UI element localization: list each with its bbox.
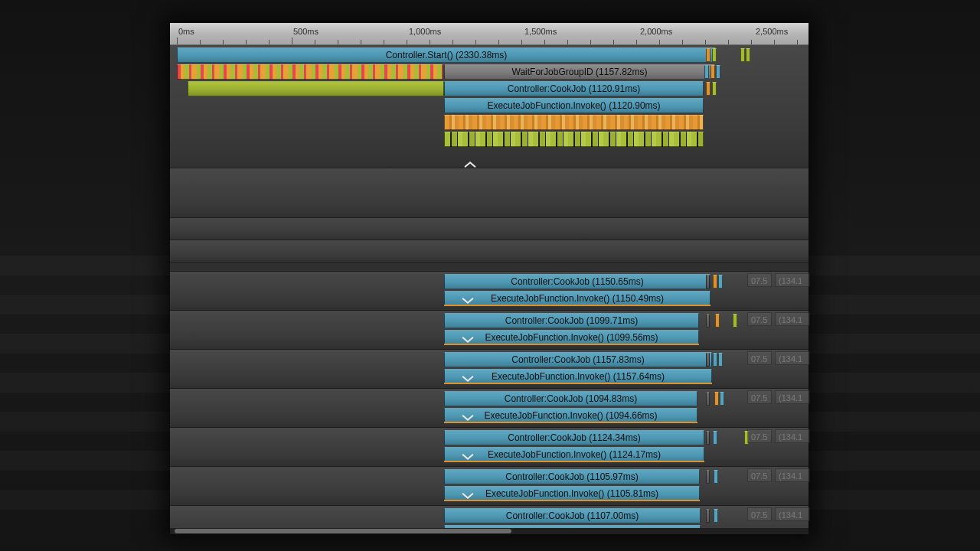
flame-sliver[interactable] bbox=[714, 470, 718, 484]
flame-sliver[interactable] bbox=[706, 48, 710, 62]
flame-sliver[interactable] bbox=[720, 392, 724, 406]
flame-bar-invoke[interactable]: ExecuteJobFunction.Invoke() (1124.17ms) bbox=[444, 447, 704, 462]
overflow-label: 07.5 bbox=[747, 351, 772, 365]
flame-bar-invoke-main[interactable]: ExecuteJobFunction.Invoke() (1120.90ms) bbox=[444, 98, 704, 113]
flame-sliver[interactable] bbox=[710, 65, 715, 79]
flame-sliver[interactable] bbox=[706, 353, 710, 367]
overflow-label: 07.5 bbox=[747, 390, 772, 404]
flame-bar-cookjob[interactable]: Controller:CookJob (1124.34ms) bbox=[444, 430, 704, 445]
timeline-tracks[interactable]: Controller.Start() (2330.38ms) WaitForJo… bbox=[170, 45, 808, 534]
flame-bar-cookjob-main[interactable]: Controller:CookJob (1120.91ms) bbox=[444, 81, 704, 96]
chevron-down-icon[interactable] bbox=[461, 452, 475, 461]
flame-sliver[interactable] bbox=[733, 314, 737, 328]
collapsed-lane bbox=[170, 168, 808, 217]
overflow-label: (134.1 bbox=[775, 312, 810, 326]
flame-bar-green[interactable] bbox=[188, 81, 444, 96]
flame-bar-invoke[interactable]: ExecuteJobFunction.Invoke() (1094.66ms) bbox=[444, 408, 697, 423]
flame-bar-invoke[interactable]: ExecuteJobFunction.Invoke() (1150.49ms) bbox=[444, 291, 710, 306]
flame-sliver[interactable] bbox=[713, 353, 717, 367]
flame-bar-cookjob[interactable]: Controller:CookJob (1105.97ms) bbox=[444, 469, 700, 484]
chevron-down-icon[interactable] bbox=[461, 374, 475, 383]
overflow-label: 07.5 bbox=[747, 507, 772, 521]
flame-bar-cookjob[interactable]: Controller:CookJob (1157.83ms) bbox=[444, 352, 712, 367]
flame-sliver[interactable] bbox=[706, 470, 710, 484]
chevron-down-icon[interactable] bbox=[461, 413, 475, 422]
flame-sliver[interactable] bbox=[714, 509, 718, 523]
overflow-label: (134.1 bbox=[775, 429, 810, 443]
scrollbar-thumb[interactable] bbox=[175, 529, 511, 533]
flame-sliver[interactable] bbox=[706, 275, 710, 289]
ruler-tick-label: 1,500ms bbox=[524, 27, 557, 36]
overflow-label: (134.1 bbox=[775, 390, 810, 404]
flame-sliver[interactable] bbox=[712, 82, 717, 96]
overflow-label: (134.1 bbox=[775, 273, 810, 287]
chevron-down-icon[interactable] bbox=[461, 491, 475, 500]
flame-sliver[interactable] bbox=[713, 431, 717, 445]
flame-bar-controller-start[interactable]: Controller.Start() (2330.38ms) bbox=[177, 47, 716, 63]
flame-sliver[interactable] bbox=[718, 353, 723, 367]
flame-sliver[interactable] bbox=[740, 48, 745, 62]
ruler-tick-label: 0ms bbox=[178, 27, 194, 36]
flame-sliver[interactable] bbox=[746, 48, 750, 62]
collapsed-lane bbox=[170, 218, 808, 240]
ruler-tick-label: 2,500ms bbox=[756, 27, 788, 36]
chevron-up-icon[interactable] bbox=[463, 160, 477, 169]
flame-sliver[interactable] bbox=[713, 275, 717, 289]
flame-bar-cookjob[interactable]: Controller:CookJob (1094.83ms) bbox=[444, 391, 697, 406]
overflow-label: (134.1 bbox=[775, 507, 810, 521]
flame-bar-cookjob[interactable]: Controller:CookJob (1107.00ms) bbox=[444, 508, 701, 523]
flame-sliver[interactable] bbox=[706, 314, 710, 328]
profiler-panel[interactable]: 0ms500ms1,000ms1,500ms2,000ms2,500ms Con… bbox=[170, 23, 808, 534]
ruler-tick-label: 500ms bbox=[293, 27, 318, 36]
flame-bar-invoke[interactable]: ExecuteJobFunction.Invoke() (1105.81ms) bbox=[444, 486, 700, 501]
flame-sliver[interactable] bbox=[718, 275, 723, 289]
overflow-label: 07.5 bbox=[747, 273, 772, 287]
overflow-label: (134.1 bbox=[775, 468, 810, 482]
chevron-down-icon[interactable] bbox=[461, 335, 475, 344]
flame-bar-invoke[interactable]: ExecuteJobFunction.Invoke() (1157.64ms) bbox=[444, 369, 712, 384]
flame-sliver[interactable] bbox=[716, 65, 720, 79]
overflow-label: 07.5 bbox=[747, 468, 772, 482]
flame-sliver[interactable] bbox=[706, 431, 710, 445]
flame-bar-invoke[interactable]: ExecuteJobFunction.Invoke() (1099.56ms) bbox=[444, 330, 699, 345]
overflow-label: 07.5 bbox=[747, 312, 772, 326]
flame-sliver[interactable] bbox=[714, 392, 719, 406]
timeline-ruler[interactable]: 0ms500ms1,000ms1,500ms2,000ms2,500ms bbox=[170, 23, 808, 45]
flame-bar-cookjob[interactable]: Controller:CookJob (1150.65ms) bbox=[444, 274, 710, 289]
flame-sliver[interactable] bbox=[715, 314, 720, 328]
chevron-down-icon[interactable] bbox=[461, 296, 475, 305]
overflow-label: (134.1 bbox=[775, 351, 810, 365]
flame-bar-waitforjobgroupid[interactable]: WaitForJobGroupID (1157.82ms) bbox=[444, 64, 715, 80]
flame-bar-cookjob[interactable]: Controller:CookJob (1099.71ms) bbox=[444, 313, 699, 328]
ruler-tick-label: 2,000ms bbox=[640, 27, 672, 36]
flame-sliver[interactable] bbox=[706, 509, 710, 523]
ruler-tick-label: 1,000ms bbox=[409, 27, 441, 36]
overflow-label: 07.5 bbox=[747, 429, 772, 443]
flame-bar-striped-green[interactable] bbox=[444, 132, 704, 147]
collapsed-lane bbox=[170, 240, 808, 262]
flame-bar-striped[interactable] bbox=[177, 64, 443, 80]
horizontal-scrollbar[interactable] bbox=[170, 528, 808, 534]
flame-sliver[interactable] bbox=[706, 392, 710, 406]
flame-sliver[interactable] bbox=[704, 65, 709, 79]
flame-sliver[interactable] bbox=[712, 48, 717, 62]
flame-bar-striped-orange[interactable] bbox=[444, 115, 704, 130]
flame-sliver[interactable] bbox=[706, 82, 710, 96]
